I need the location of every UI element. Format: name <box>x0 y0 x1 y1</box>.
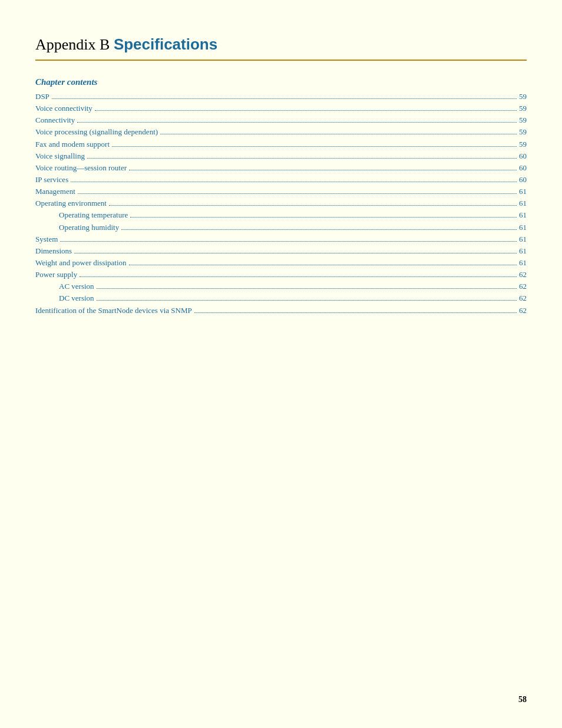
toc-label: Identification of the SmartNode devices … <box>35 305 192 317</box>
toc-entry[interactable]: IP services60 <box>35 174 527 186</box>
toc-entry[interactable]: DC version62 <box>35 292 527 304</box>
appendix-prefix-text: Appendix B <box>35 36 114 53</box>
toc-entry[interactable]: Fax and modem support59 <box>35 139 527 150</box>
toc-entry[interactable]: Operating humidity61 <box>35 222 527 233</box>
toc-label: Connectivity <box>35 114 75 126</box>
toc-page: 60 <box>519 150 527 162</box>
toc-label: Operating humidity <box>59 222 119 233</box>
toc-label: AC version <box>59 281 94 292</box>
toc-page: 61 <box>519 197 527 209</box>
toc-entry[interactable]: Dimensions61 <box>35 245 527 257</box>
toc-label: Voice routing—session router <box>35 162 127 174</box>
toc-label: Operating environment <box>35 197 107 209</box>
toc-label: Management <box>35 186 75 197</box>
toc-page: 61 <box>519 245 527 257</box>
toc-dots <box>121 229 517 230</box>
toc-page: 62 <box>519 269 527 281</box>
toc-entry[interactable]: Voice processing (signalling dependent)5… <box>35 126 527 138</box>
toc-page: 62 <box>519 292 527 304</box>
toc-dots <box>78 193 517 194</box>
toc-dots <box>130 217 517 218</box>
toc-label: Power supply <box>35 269 77 281</box>
toc-page: 62 <box>519 281 527 292</box>
appendix-title: Specifications <box>114 35 217 53</box>
toc-dots <box>97 288 517 289</box>
toc-page: 61 <box>519 186 527 197</box>
toc-page: 59 <box>519 103 527 114</box>
toc-entry[interactable]: AC version62 <box>35 281 527 292</box>
toc-dots <box>112 146 517 147</box>
toc-label: DC version <box>59 292 94 304</box>
page-number: 58 <box>518 695 527 704</box>
toc-entry[interactable]: Operating temperature61 <box>35 209 527 221</box>
toc-dots <box>109 205 517 206</box>
toc-dots <box>97 300 517 301</box>
toc-page: 61 <box>519 209 527 221</box>
toc-label: Operating temperature <box>59 209 128 221</box>
toc-entry[interactable]: Weight and power dissipation61 <box>35 257 527 269</box>
toc-label: Fax and modem support <box>35 139 110 150</box>
toc-label: Weight and power dissipation <box>35 257 127 269</box>
toc-label: Voice processing (signalling dependent) <box>35 126 158 138</box>
toc-dots <box>74 253 517 253</box>
toc-label: IP services <box>35 174 68 186</box>
toc-page: 59 <box>519 114 527 126</box>
toc-page: 60 <box>519 174 527 186</box>
toc-dots <box>129 265 517 265</box>
table-of-contents: DSP59Voice connectivity59Connectivity59V… <box>35 91 527 317</box>
toc-label: DSP <box>35 91 49 103</box>
appendix-header: Appendix B Specifications <box>35 35 527 61</box>
toc-dots <box>60 241 517 242</box>
toc-entry[interactable]: Power supply62 <box>35 269 527 281</box>
toc-page: 59 <box>519 126 527 138</box>
toc-dots <box>129 170 517 170</box>
toc-dots <box>80 276 517 277</box>
toc-dots <box>160 134 517 134</box>
toc-label: Voice connectivity <box>35 103 92 114</box>
toc-entry[interactable]: Voice connectivity59 <box>35 103 527 114</box>
toc-page: 61 <box>519 233 527 245</box>
toc-page: 59 <box>519 91 527 103</box>
toc-page: 59 <box>519 139 527 150</box>
toc-entry[interactable]: DSP59 <box>35 91 527 103</box>
toc-entry[interactable]: Voice routing—session router60 <box>35 162 527 174</box>
toc-entry[interactable]: Operating environment61 <box>35 197 527 209</box>
toc-entry[interactable]: Voice signalling60 <box>35 150 527 162</box>
toc-dots <box>71 182 517 182</box>
toc-dots <box>95 110 517 111</box>
appendix-prefix: Appendix B Specifications <box>35 36 217 53</box>
toc-page: 62 <box>519 305 527 317</box>
toc-entry[interactable]: Management61 <box>35 186 527 197</box>
page: Appendix B Specifications Chapter conten… <box>0 0 562 728</box>
toc-label: Voice signalling <box>35 150 85 162</box>
toc-label: Dimensions <box>35 245 72 257</box>
toc-page: 61 <box>519 257 527 269</box>
toc-dots <box>194 312 517 313</box>
toc-entry[interactable]: System61 <box>35 233 527 245</box>
toc-dots <box>77 122 517 123</box>
toc-dots <box>87 158 517 159</box>
toc-page: 60 <box>519 162 527 174</box>
toc-entry[interactable]: Identification of the SmartNode devices … <box>35 305 527 317</box>
toc-entry[interactable]: Connectivity59 <box>35 114 527 126</box>
chapter-contents-label: Chapter contents <box>35 77 527 87</box>
toc-page: 61 <box>519 222 527 233</box>
toc-label: System <box>35 233 58 245</box>
toc-dots <box>52 98 517 99</box>
